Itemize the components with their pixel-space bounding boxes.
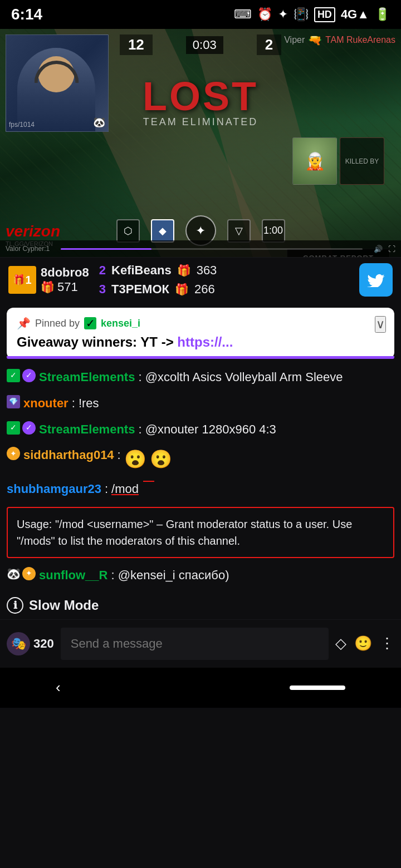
msg1-badges: ✓ ✓ bbox=[7, 369, 36, 382]
rank1-count: 571 bbox=[57, 280, 78, 294]
face-sticker-1: 😮 bbox=[124, 447, 146, 472]
keyboard-icon: ⌨ bbox=[234, 7, 252, 22]
nav-bar: ‹ bbox=[0, 668, 401, 708]
vibrate-icon: 📳 bbox=[294, 7, 309, 22]
gem-button[interactable]: ◇ bbox=[335, 635, 346, 652]
msg4-username[interactable]: siddharthag014 bbox=[23, 447, 114, 464]
rank1-username: 8dobro8 bbox=[41, 265, 89, 280]
verified-badge-2: ✓ bbox=[22, 421, 36, 435]
bluetooth-icon: ✦ bbox=[278, 7, 288, 22]
msg2-username[interactable]: xnouter bbox=[23, 395, 69, 412]
mod-badge: ✓ bbox=[7, 369, 20, 382]
rank2-count: 363 bbox=[197, 263, 217, 278]
bits-badge: 💎 bbox=[7, 395, 20, 408]
msg4-badges: ✦ bbox=[7, 447, 20, 460]
home-indicator[interactable] bbox=[290, 685, 345, 690]
leaderboard-item-3: 3 T3РЕМОК 🎁 266 bbox=[99, 282, 217, 297]
status-time: 6:14 bbox=[11, 6, 42, 23]
emoji-button[interactable]: 🙂 bbox=[354, 635, 372, 652]
lost-banner: LOST TEAM ELIMINATED bbox=[143, 73, 258, 128]
pinned-content: Giveaway winners: YT -> https://... bbox=[17, 334, 384, 350]
timer: 0:03 bbox=[186, 36, 223, 54]
signal-4g-icon: 4G▲ bbox=[341, 7, 369, 22]
msg2-text: : !res bbox=[72, 395, 99, 412]
rank3-count: 266 bbox=[194, 282, 215, 297]
alarm-icon: ⏰ bbox=[257, 7, 272, 22]
msg3-text: : @xnouter 1280x960 4:3 bbox=[138, 421, 276, 438]
status-icons: ⌨ ⏰ ✦ 📳 HD 4G▲ 🔋 bbox=[234, 7, 390, 22]
msg1-text: : @xcolth Asics Volleyball Arm Sleeve bbox=[138, 369, 343, 386]
ability-4[interactable]: 1:00 bbox=[262, 219, 285, 243]
viewer-icon: 🎭 bbox=[7, 632, 30, 655]
sunflow-text: : @kensei_i спасибо) bbox=[111, 567, 229, 584]
chat-area: 📌 Pinned by ✓ kensei_i Giveaway winners:… bbox=[0, 308, 401, 619]
msg1-username[interactable]: StreamElements bbox=[39, 369, 135, 386]
viewer-count: 320 bbox=[33, 637, 54, 651]
slow-mode-indicator: ℹ Slow Mode bbox=[7, 589, 394, 619]
hd-icon: HD bbox=[314, 7, 335, 22]
battery-icon: 🔋 bbox=[375, 7, 390, 22]
pin-icon: 📌 bbox=[17, 317, 31, 330]
slash-command-help: Usage: "/mod <username>" – Grant moderat… bbox=[7, 507, 394, 558]
back-button[interactable]: ‹ bbox=[56, 679, 61, 696]
leaderboard-bar: 🎁 1 8dobro8 🎁 571 2 KefiBeans 🎁 363 3 bbox=[0, 257, 401, 302]
pinned-link[interactable]: https://... bbox=[177, 334, 233, 349]
chat-input-bar: 🎭 320 ◇ 🙂 ⋮ bbox=[0, 619, 401, 668]
cursor-indicator bbox=[143, 481, 154, 482]
lost-text: LOST bbox=[143, 73, 258, 119]
video-player[interactable]: fps/1014 🐼 verizon TL.GG/VERIZON 12 0:03… bbox=[0, 29, 401, 257]
sunflow-badges: 🐼 ✦ bbox=[7, 567, 36, 580]
ability-3[interactable]: ▽ bbox=[227, 219, 251, 243]
message-input[interactable] bbox=[61, 628, 329, 660]
sunflow-username[interactable]: sunflow__R bbox=[39, 567, 107, 584]
msg5-username[interactable]: shubhamgaur23 bbox=[7, 481, 101, 498]
rank2-username: KefiBeans bbox=[111, 263, 172, 278]
leaderboard-right: 2 KefiBeans 🎁 363 3 T3РЕМОК 🎁 266 bbox=[99, 263, 217, 297]
rank3-username: T3РЕМОК bbox=[111, 282, 169, 297]
player-icons: Viper 🔫 ТАМ RukeArenas bbox=[284, 33, 395, 47]
pinned-by-label: Pinned by bbox=[35, 318, 80, 329]
verified-badge: ✓ bbox=[22, 369, 36, 382]
chat-message-3: ✓ ✓ StreamElements : @xnouter 1280x960 4… bbox=[7, 417, 394, 443]
chat-message-sunflow: 🐼 ✦ sunflow__R : @kensei_i спасибо) bbox=[7, 563, 394, 589]
viewer-count-area: 🎭 320 bbox=[7, 632, 54, 655]
twitter-button[interactable] bbox=[359, 263, 393, 297]
video-bottom-bar: Valor Cypher:1 🔊 ⛶ bbox=[0, 240, 401, 257]
rank3-num: 3 bbox=[99, 282, 106, 297]
score-right: 2 bbox=[257, 34, 281, 55]
rank2-num: 2 bbox=[99, 263, 106, 278]
combat-report-panel: 🧝 KILLED BY COMBAT REPORT OUTGOING INCOM… bbox=[292, 137, 395, 188]
msg5-command: /mod bbox=[111, 481, 139, 498]
info-icon: ℹ bbox=[7, 597, 23, 614]
star-badge-2: ✦ bbox=[22, 567, 36, 580]
face-sticker-2: 😮 bbox=[150, 447, 172, 472]
ability-1[interactable]: ⬡ bbox=[116, 219, 140, 243]
score-left: 12 bbox=[120, 34, 153, 55]
lost-sub: TEAM ELIMINATED bbox=[143, 116, 258, 128]
input-actions: ◇ 🙂 ⋮ bbox=[335, 635, 394, 652]
panda-badge: 🐼 bbox=[7, 567, 20, 580]
pinned-accent-bar bbox=[7, 356, 394, 359]
msg2-badges: 💎 bbox=[7, 395, 20, 408]
chat-message-2: 💎 xnouter : !res bbox=[7, 391, 394, 417]
mod-badge-2: ✓ bbox=[7, 421, 20, 435]
msg3-badges: ✓ ✓ bbox=[7, 421, 36, 435]
status-bar: 6:14 ⌨ ⏰ ✦ 📳 HD 4G▲ 🔋 bbox=[0, 0, 401, 29]
msg5-text: : bbox=[105, 481, 108, 498]
ability-2[interactable]: ◆ bbox=[151, 219, 174, 243]
leaderboard-item-1: 🎁 1 8dobro8 🎁 571 bbox=[8, 265, 89, 294]
leaderboard-item-2: 2 KefiBeans 🎁 363 bbox=[99, 263, 217, 278]
msg4-text: : bbox=[118, 447, 121, 464]
leaderboard: 🎁 1 8dobro8 🎁 571 2 KefiBeans 🎁 363 3 bbox=[8, 263, 359, 297]
pinned-username: kensei_i bbox=[101, 318, 140, 329]
msg3-username[interactable]: StreamElements bbox=[39, 421, 135, 438]
chat-message-5: shubhamgaur23 : /mod bbox=[7, 476, 394, 502]
more-options-button[interactable]: ⋮ bbox=[380, 635, 394, 652]
webcam-label: fps/1014 bbox=[9, 121, 35, 129]
chat-message-4: ✦ siddharthag014 : 😮 😮 bbox=[7, 442, 394, 476]
pinned-message[interactable]: 📌 Pinned by ✓ kensei_i Giveaway winners:… bbox=[7, 308, 394, 359]
rank-badge-1: 🎁 1 bbox=[8, 266, 36, 294]
star-badge: ✦ bbox=[7, 447, 20, 460]
pinned-collapse-button[interactable]: ∨ bbox=[375, 316, 386, 333]
chat-message-1: ✓ ✓ StreamElements : @xcolth Asics Volle… bbox=[7, 364, 394, 391]
